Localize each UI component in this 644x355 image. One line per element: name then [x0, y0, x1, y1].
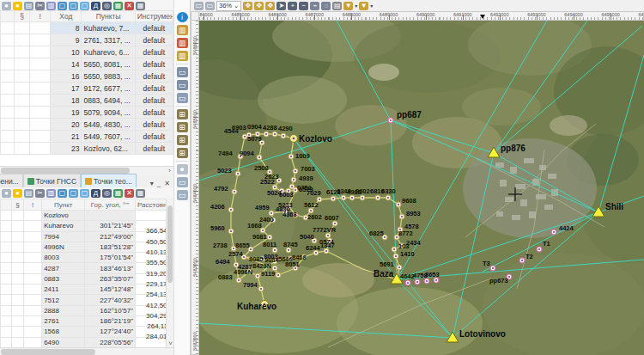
tab-close-icon[interactable]: ✕: [164, 180, 170, 187]
bottom-tab-bar: ерени... Точки ГНСС Точки тео... ▾ _ ✕: [0, 174, 173, 188]
paste-icon[interactable]: ▥: [46, 189, 56, 198]
cut-icon[interactable]: ✂: [35, 2, 45, 10]
table-row[interactable]: 23Kozlovo, 62...default: [1, 143, 173, 155]
lamp-on-icon[interactable]: ●: [13, 189, 22, 198]
layout2-icon[interactable]: ▭: [205, 2, 215, 10]
point-label: 6007: [325, 214, 339, 222]
select-none-icon[interactable]: ▢: [80, 2, 89, 10]
table-row[interactable]: 10Kuharevo, 6...default: [1, 46, 173, 58]
traverse-table[interactable]: §!ХодПунктыИнструмен 8Kuharevo, 7...defa…: [0, 10, 173, 166]
filter-funnel-icon[interactable]: ▼: [343, 2, 353, 10]
pan-hand2-icon[interactable]: ✥: [254, 2, 264, 10]
pan-hand3-icon[interactable]: ✥: [265, 2, 275, 10]
column-header[interactable]: Пункты: [82, 11, 135, 22]
net-frame-icon[interactable]: ⊞: [177, 109, 188, 119]
lamp-on-icon[interactable]: ●: [13, 2, 22, 10]
net-frame3-icon[interactable]: ⊞: [177, 135, 188, 145]
search-icon[interactable]: ◎: [102, 189, 112, 198]
table-row[interactable]: 8Kuharevo, 7...default: [1, 22, 173, 34]
points-table-vscrollbar[interactable]: ˅: [166, 199, 173, 347]
info-icon[interactable]: i: [177, 12, 188, 22]
table-row[interactable]: 92761, 3317, ...default: [1, 34, 173, 46]
cut-icon[interactable]: ✂: [35, 189, 45, 198]
column-header[interactable]: Инструмен: [135, 11, 173, 22]
lamp-dim-icon[interactable]: ●: [2, 2, 11, 10]
net-frame2-icon[interactable]: ⊞: [177, 122, 188, 132]
import-points-icon[interactable]: ▥: [177, 51, 188, 61]
table-row[interactable]: 165650, 9883, ...default: [1, 70, 173, 83]
gnss-point-dot: [553, 231, 555, 233]
filter-funnel2-icon[interactable]: ▼: [359, 2, 368, 10]
select-none-icon[interactable]: ▢: [80, 189, 89, 198]
table-row[interactable]: 205449, 4830, ...default: [1, 119, 173, 131]
zoom-out-icon[interactable]: −: [299, 2, 308, 10]
select-invert-icon[interactable]: ▢: [69, 189, 78, 198]
column-header[interactable]: Пункт: [42, 199, 85, 211]
survey-point-dot: [260, 288, 262, 290]
cursor-icon[interactable]: ➤: [276, 2, 286, 10]
point-label: 6330: [381, 187, 396, 195]
tab-tochki-gnss[interactable]: Точки ГНСС: [23, 174, 81, 187]
net-frame4-icon[interactable]: ⊞: [177, 148, 188, 158]
copy-icon[interactable]: ▤: [24, 2, 33, 10]
select-invert-icon[interactable]: ▢: [69, 2, 78, 10]
comment-icon[interactable]: ●: [177, 164, 188, 174]
points-table[interactable]: §!ПунктГор. угол, °'"Расстояние, м Kozlo…: [0, 199, 173, 347]
refresh-icon[interactable]: ◌: [321, 2, 331, 10]
table-row[interactable]: Kozlovo: [1, 211, 173, 221]
table-settings-icon[interactable]: ▦: [136, 2, 145, 10]
screen-icon[interactable]: ▭: [177, 177, 188, 187]
tools-icon[interactable]: ✕: [125, 189, 134, 198]
table-row[interactable]: 145650, 8081, ...default: [1, 58, 173, 70]
punkt-cell: 2411: [42, 285, 85, 295]
table-row[interactable]: 215449, 7607, ...default: [1, 131, 173, 143]
font-icon[interactable]: Д: [91, 189, 100, 198]
column-header[interactable]: !: [24, 199, 42, 211]
select-all-icon[interactable]: ▢: [58, 2, 67, 10]
frame-rect2-icon[interactable]: ▭: [177, 80, 188, 90]
column-header[interactable]: §: [11, 199, 24, 211]
table-row[interactable]: 180883, 6494, ...default: [1, 95, 173, 107]
tab-minimize-icon[interactable]: _: [157, 180, 161, 187]
import-gnss-icon[interactable]: ▥: [177, 38, 188, 48]
column-header[interactable]: [1, 199, 12, 211]
table-icon[interactable]: ▦: [113, 2, 123, 10]
layout-icon[interactable]: ▭: [194, 2, 204, 10]
frame-poly-icon[interactable]: ▭: [177, 93, 188, 103]
lamp-dim-icon[interactable]: ●: [2, 189, 11, 198]
import-measure-icon[interactable]: ▥: [177, 25, 188, 35]
table-row[interactable]: Kuharevo301°21'45"366,549: [1, 221, 173, 231]
column-header[interactable]: Ход: [51, 11, 82, 22]
screen2-icon[interactable]: ▭: [177, 190, 188, 200]
survey-point-dot: [401, 216, 403, 217]
column-header[interactable]: §: [15, 11, 30, 22]
table-icon[interactable]: ▦: [113, 189, 123, 198]
points-table-hscrollbar[interactable]: [0, 347, 173, 355]
tab-tochki-teo[interactable]: Точки тео...: [81, 174, 137, 187]
pan-hand-icon[interactable]: ✥: [243, 2, 252, 10]
tab-menu-icon[interactable]: ▾: [150, 180, 154, 187]
measure-icon[interactable]: ⌁: [310, 2, 319, 10]
column-header[interactable]: [1, 11, 15, 22]
map-canvas[interactable]: 4544507969030904428842907494909450232508…: [199, 21, 644, 355]
dropdown-chevron-icon[interactable]: ▾: [355, 3, 357, 9]
zoom-in-icon[interactable]: +: [288, 2, 297, 10]
copy-icon[interactable]: ▤: [24, 189, 33, 198]
table-row[interactable]: 195079, 9094, ...default: [1, 107, 173, 119]
frame-rect-icon[interactable]: ▭: [177, 67, 188, 77]
table-row[interactable]: 179172, 6677, ...default: [1, 83, 173, 95]
tools-icon[interactable]: ✕: [125, 2, 134, 10]
zoom-level-select[interactable]: 36%⌄: [216, 1, 241, 11]
tab-controls: ▾ _ ✕: [147, 180, 173, 187]
print-icon[interactable]: ▤: [332, 2, 342, 10]
select-all-icon[interactable]: ▢: [58, 189, 67, 198]
row-icon-cell: [30, 58, 51, 70]
dropdown-chevron-icon[interactable]: ▾: [370, 3, 373, 9]
column-header[interactable]: !: [30, 11, 51, 22]
column-header[interactable]: Гор. угол, °'": [85, 199, 136, 211]
tab-izmereniya[interactable]: ерени...: [0, 174, 23, 187]
paste-icon[interactable]: ▥: [46, 2, 56, 10]
table-settings-icon[interactable]: ▦: [136, 189, 145, 198]
search-icon[interactable]: ◎: [102, 2, 112, 10]
font-icon[interactable]: Д: [91, 2, 100, 10]
